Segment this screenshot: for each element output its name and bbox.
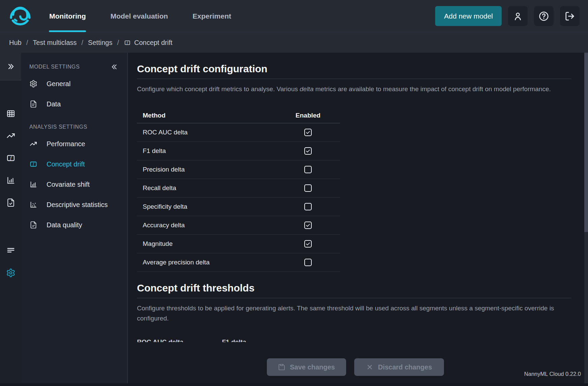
thresholds-title: Concept drift thresholds xyxy=(137,282,571,294)
user-icon xyxy=(513,11,523,21)
tab-experiment[interactable]: Experiment xyxy=(192,0,231,32)
method-cell: Average precision delta xyxy=(137,259,276,266)
app-version: NannyML Cloud 0.22.0 xyxy=(524,371,581,377)
analysis-settings-header: ANALYSIS SETTINGS xyxy=(21,120,127,134)
metrics-table: Method Enabled ROC AUC deltaF1 deltaPrec… xyxy=(137,108,340,272)
discard-changes-button[interactable]: Discard changes xyxy=(354,358,444,376)
settings-content: Concept drift configuration Configure wh… xyxy=(128,53,584,351)
method-cell: Precision delta xyxy=(137,166,276,173)
sidebar-item-general[interactable]: General xyxy=(21,74,127,94)
method-column-header: Method xyxy=(137,112,276,119)
breadcrumb-model[interactable]: Test multiclass xyxy=(33,39,77,47)
enabled-cell xyxy=(276,129,340,136)
settings-sidebar: MODEL SETTINGS General Data ANALYSIS SET… xyxy=(21,53,128,386)
x-icon xyxy=(366,363,373,371)
method-cell: F1 delta xyxy=(137,147,276,155)
enabled-cell xyxy=(276,203,340,210)
clipped-label: ROC AUC delta xyxy=(137,339,222,342)
rail-expand-button[interactable] xyxy=(0,53,21,80)
table-row: Recall delta xyxy=(137,179,340,198)
table-row: Specificity delta xyxy=(137,198,340,216)
enabled-cell xyxy=(276,259,340,266)
clipped-label: F1 delta xyxy=(222,339,307,342)
method-cell: Specificity delta xyxy=(137,203,276,210)
function-icon: f xyxy=(124,39,131,46)
main-panel: Concept drift configuration Configure wh… xyxy=(128,53,588,386)
enabled-cell xyxy=(276,240,340,248)
main-nav-tabs: Monitoring Model evaluation Experiment xyxy=(49,0,255,32)
logout-button[interactable] xyxy=(560,6,580,26)
add-new-model-button[interactable]: Add new model xyxy=(435,6,502,26)
enabled-checkbox[interactable] xyxy=(304,203,312,210)
method-cell: Accuracy delta xyxy=(137,222,276,229)
help-button[interactable] xyxy=(534,6,554,26)
question-mark-icon xyxy=(538,11,549,22)
trend-up-icon xyxy=(29,140,37,148)
svg-text:f: f xyxy=(10,155,12,161)
vertical-scrollbar[interactable] xyxy=(584,53,588,383)
enabled-cell xyxy=(276,147,340,155)
breadcrumb-hub[interactable]: Hub xyxy=(9,39,22,47)
enabled-checkbox[interactable] xyxy=(304,166,312,173)
scrollbar-thumb[interactable] xyxy=(584,53,588,232)
save-changes-button[interactable]: Save changes xyxy=(267,358,346,376)
method-cell: Recall delta xyxy=(137,184,276,192)
svg-text:f: f xyxy=(127,41,129,45)
tab-model-evaluation[interactable]: Model evaluation xyxy=(110,0,168,32)
tab-monitoring[interactable]: Monitoring xyxy=(49,0,86,32)
enabled-checkbox[interactable] xyxy=(304,259,312,266)
function-icon: f xyxy=(29,160,37,168)
rail-menu-icon[interactable] xyxy=(6,246,16,255)
table-row: Accuracy delta xyxy=(137,216,340,235)
thresholds-divider xyxy=(137,298,571,298)
rail-concept-drift-icon[interactable]: f xyxy=(6,153,16,163)
chevrons-left-icon xyxy=(110,63,118,71)
table-row: Precision delta xyxy=(137,160,340,179)
title-divider xyxy=(137,79,571,79)
rail-performance-icon[interactable] xyxy=(6,131,16,140)
sidebar-item-covariate-shift[interactable]: Covariate shift xyxy=(21,174,127,195)
sidebar-item-data-quality[interactable]: Data quality xyxy=(21,215,127,235)
topbar-actions: Add new model xyxy=(435,6,580,26)
method-cell: Magnitude xyxy=(137,240,276,248)
app-window: Monitoring Model evaluation Experiment A… xyxy=(0,0,588,386)
enabled-checkbox[interactable] xyxy=(304,240,312,248)
breadcrumb-separator: / xyxy=(81,39,83,47)
breadcrumb-settings[interactable]: Settings xyxy=(88,39,112,47)
svg-text:f: f xyxy=(33,162,34,166)
breadcrumb-current-page: f Concept drift xyxy=(124,39,172,47)
enabled-checkbox[interactable] xyxy=(304,129,312,136)
save-icon xyxy=(278,363,285,371)
breadcrumb-separator: / xyxy=(26,39,28,47)
table-row: Average precision delta xyxy=(137,253,340,272)
document-check-icon xyxy=(29,221,37,229)
sidebar-collapse-button[interactable] xyxy=(110,63,118,71)
enabled-checkbox[interactable] xyxy=(304,222,312,229)
method-cell: ROC AUC delta xyxy=(137,129,276,136)
rail-covariate-shift-icon[interactable] xyxy=(6,176,16,185)
table-header-row: Method Enabled xyxy=(137,108,340,123)
page-title: Concept drift configuration xyxy=(137,63,571,75)
sidebar-item-concept-drift[interactable]: f Concept drift xyxy=(21,154,127,174)
chevrons-right-icon xyxy=(6,62,15,71)
sidebar-item-performance[interactable]: Performance xyxy=(21,134,127,154)
table-row: Magnitude xyxy=(137,235,340,253)
enabled-cell xyxy=(276,222,340,229)
thresholds-description: Configure thresholds to be applied for g… xyxy=(137,303,571,324)
logout-icon xyxy=(565,11,575,21)
rail-settings-icon[interactable] xyxy=(6,268,16,278)
rail-table-icon[interactable] xyxy=(6,109,16,118)
breadcrumb: Hub / Test multiclass / Settings / f Con… xyxy=(0,33,588,53)
table-row: ROC AUC delta xyxy=(137,123,340,142)
bar-chart-icon xyxy=(29,180,37,188)
enabled-checkbox[interactable] xyxy=(304,147,312,155)
document-icon xyxy=(29,100,37,108)
sidebar-item-data[interactable]: Data xyxy=(21,94,127,114)
config-description: Configure which concept drift metrics to… xyxy=(137,84,571,94)
enabled-cell xyxy=(276,184,340,192)
user-account-button[interactable] xyxy=(508,6,528,26)
top-navbar: Monitoring Model evaluation Experiment A… xyxy=(0,0,588,32)
sidebar-item-descriptive-statistics[interactable]: Descriptive statistics xyxy=(21,195,127,215)
rail-data-quality-icon[interactable] xyxy=(6,198,16,207)
enabled-checkbox[interactable] xyxy=(304,184,312,192)
